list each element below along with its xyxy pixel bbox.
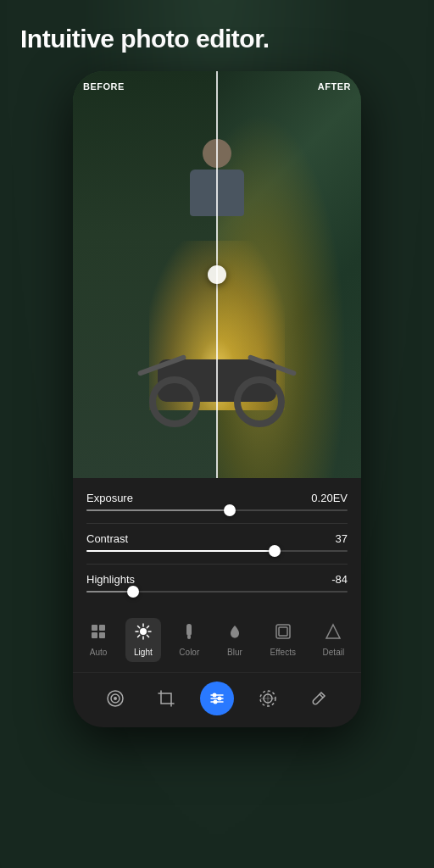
tab-light-label: Light <box>134 648 153 657</box>
contrast-label: Contrast <box>86 532 128 545</box>
contrast-track[interactable] <box>86 550 348 552</box>
tab-blur-label: Blur <box>227 648 242 657</box>
controls-panel: Exposure 0.20EV Contrast 37 <box>73 478 361 611</box>
svg-line-11 <box>147 626 148 628</box>
svg-marker-17 <box>326 625 340 638</box>
tab-detail-label: Detail <box>323 648 345 657</box>
selective-button[interactable] <box>251 682 285 715</box>
tab-effects[interactable]: Effects <box>262 618 304 662</box>
tab-effects-label: Effects <box>270 648 296 657</box>
svg-rect-2 <box>92 632 97 638</box>
tab-color[interactable]: Color <box>170 618 208 662</box>
highlights-track[interactable] <box>86 591 348 593</box>
highlights-value: -84 <box>331 573 348 586</box>
adjust-button[interactable] <box>200 682 234 715</box>
tab-blur[interactable]: Blur <box>218 618 252 662</box>
comparison-divider[interactable] <box>216 71 218 478</box>
before-label: BEFORE <box>83 81 125 92</box>
svg-point-27 <box>214 700 218 704</box>
exposure-track[interactable] <box>86 509 348 511</box>
tab-color-label: Color <box>179 648 199 657</box>
svg-rect-13 <box>186 624 192 636</box>
page-title: Intuitive photo editor. <box>0 0 434 71</box>
phone-frame: BEFORE AFTER Exposure 0.20EV Contras <box>73 71 361 727</box>
tab-detail[interactable]: Detail <box>314 618 353 662</box>
svg-rect-3 <box>99 632 105 638</box>
photo-comparison[interactable]: BEFORE AFTER <box>73 71 361 478</box>
svg-rect-0 <box>92 625 97 631</box>
svg-rect-21 <box>161 693 171 704</box>
tab-auto-label: Auto <box>90 648 108 657</box>
bottom-toolbar <box>73 672 361 727</box>
svg-point-25 <box>213 693 217 698</box>
exposure-label: Exposure <box>86 492 133 504</box>
svg-rect-1 <box>99 625 105 631</box>
healing-button[interactable] <box>302 682 336 715</box>
svg-rect-16 <box>279 627 287 636</box>
highlights-slider-row[interactable]: Highlights -84 <box>86 573 348 593</box>
svg-point-4 <box>140 628 147 635</box>
contrast-slider-row[interactable]: Contrast 37 <box>86 532 348 552</box>
svg-line-12 <box>137 635 139 637</box>
crop-button[interactable] <box>149 682 183 715</box>
svg-line-32 <box>320 694 323 698</box>
svg-rect-14 <box>187 635 191 639</box>
svg-line-10 <box>147 635 148 637</box>
svg-point-20 <box>114 697 117 700</box>
tool-tabs: Auto Light <box>73 611 361 672</box>
svg-line-9 <box>137 626 139 628</box>
exposure-value: 0.20EV <box>311 492 348 504</box>
after-label: AFTER <box>318 81 351 92</box>
exposure-slider-row[interactable]: Exposure 0.20EV <box>86 492 348 511</box>
tab-auto[interactable]: Auto <box>81 618 116 662</box>
tab-light[interactable]: Light <box>125 618 161 662</box>
contrast-value: 37 <box>336 532 348 545</box>
highlights-label: Highlights <box>86 573 135 586</box>
svg-point-26 <box>218 697 222 701</box>
mask-button[interactable] <box>98 682 132 715</box>
